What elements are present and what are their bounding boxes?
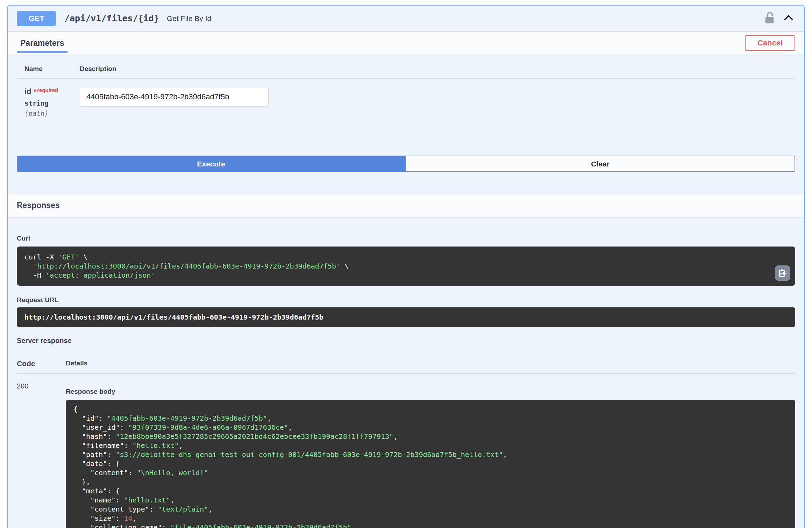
server-response-label: Server response bbox=[17, 337, 795, 345]
clear-button[interactable]: Clear bbox=[405, 156, 795, 172]
required-asterisk: * bbox=[34, 87, 37, 96]
parameter-description-cell bbox=[80, 87, 795, 117]
column-header-code: Code bbox=[17, 359, 66, 368]
responses-section-header: Responses bbox=[8, 194, 804, 217]
http-method-badge: GET bbox=[17, 11, 56, 26]
request-url-label: Request URL bbox=[17, 296, 795, 304]
execute-button[interactable]: Execute bbox=[17, 156, 405, 172]
response-row-200: 200 Response body { "id": "4405fabb-603e… bbox=[17, 374, 795, 528]
parameters-table-header: Name Description bbox=[17, 65, 795, 79]
response-table-header: Code Details bbox=[17, 359, 795, 374]
endpoint-summary: Get File By Id bbox=[167, 14, 211, 23]
response-details-cell: Response body { "id": "4405fabb-603e-491… bbox=[66, 374, 795, 528]
cancel-button[interactable]: Cancel bbox=[745, 35, 795, 51]
execute-row: Execute Clear bbox=[17, 156, 795, 172]
required-label: required bbox=[37, 87, 58, 93]
parameter-name: id *required bbox=[24, 87, 80, 96]
parameters-section-header: Parameters Cancel bbox=[8, 31, 804, 55]
responses-body: Curl curl -X 'GET' \ 'http://localhost:3… bbox=[8, 217, 804, 528]
chevron-up-icon[interactable] bbox=[782, 13, 795, 23]
curl-label: Curl bbox=[17, 235, 795, 242]
parameter-name-text: id bbox=[24, 87, 31, 96]
curl-command-code: curl -X 'GET' \ 'http://localhost:3000/a… bbox=[24, 252, 788, 280]
column-header-details: Details bbox=[66, 359, 795, 368]
response-body-label: Response body bbox=[66, 388, 795, 395]
id-parameter-input[interactable] bbox=[80, 87, 269, 107]
endpoint-path: /api/v1/files/{id} bbox=[64, 13, 159, 23]
operation-block-get-file-by-id: GET /api/v1/files/{id} Get File By Id Pa… bbox=[7, 5, 805, 528]
tab-parameters[interactable]: Parameters bbox=[17, 31, 67, 55]
column-header-name: Name bbox=[24, 65, 80, 73]
operation-summary[interactable]: GET /api/v1/files/{id} Get File By Id bbox=[8, 6, 804, 31]
response-body-code: { "id": "4405fabb-603e-4919-972b-2b39d6a… bbox=[73, 405, 788, 528]
request-url-value: http://localhost:3000/api/v1/files/4405f… bbox=[17, 307, 795, 327]
parameter-row-id: id *required string (path) bbox=[17, 79, 795, 117]
responses-title: Responses bbox=[17, 201, 60, 210]
parameter-location: (path) bbox=[24, 109, 80, 117]
parameter-meta: id *required string (path) bbox=[24, 87, 80, 117]
status-code: 200 bbox=[17, 374, 66, 528]
response-body-block: { "id": "4405fabb-603e-4919-972b-2b39d6a… bbox=[66, 400, 795, 528]
unlocked-padlock-icon[interactable] bbox=[763, 10, 776, 27]
curl-command-block: curl -X 'GET' \ 'http://localhost:3000/a… bbox=[17, 247, 795, 286]
parameter-type: string bbox=[24, 99, 80, 107]
copy-to-clipboard-icon[interactable] bbox=[775, 265, 790, 281]
parameters-body: Name Description id *required string (pa… bbox=[8, 55, 804, 117]
column-header-description: Description bbox=[80, 65, 795, 73]
